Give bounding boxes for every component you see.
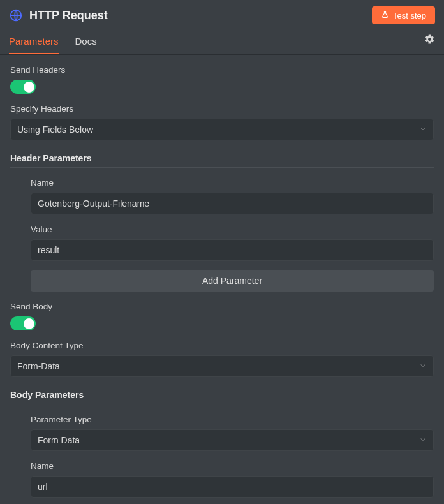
form-scroll-area: Send Headers Specify Headers Using Field…: [0, 55, 444, 504]
header-params-group: Name Value Add Parameter: [10, 178, 434, 292]
tabs: Parameters Docs: [9, 31, 97, 54]
send-headers-toggle[interactable]: [10, 80, 36, 94]
globe-icon: [9, 8, 23, 22]
add-parameter-button[interactable]: Add Parameter: [31, 270, 434, 292]
tab-parameters[interactable]: Parameters: [9, 31, 59, 54]
header-value-input[interactable]: [31, 239, 434, 261]
body-parameters-title: Body Parameters: [10, 390, 434, 404]
test-step-label: Test step: [393, 11, 426, 20]
chevron-down-icon: [419, 361, 427, 371]
chevron-down-icon: [419, 124, 427, 135]
header-name-input[interactable]: [31, 193, 434, 214]
body-content-type-value: Form-Data: [17, 361, 60, 371]
panel-header: HTTP Request Test step: [0, 0, 444, 24]
header-value-label: Value: [31, 225, 434, 234]
tabs-row: Parameters Docs: [0, 31, 444, 55]
gear-icon[interactable]: [424, 34, 435, 51]
panel-title: HTTP Request: [29, 9, 108, 22]
header-parameters-title: Header Parameters: [10, 153, 434, 168]
test-step-button[interactable]: Test step: [372, 6, 435, 24]
tab-docs[interactable]: Docs: [75, 31, 97, 54]
body-name-input[interactable]: [31, 476, 434, 498]
body-content-type-select[interactable]: Form-Data: [10, 355, 434, 377]
parameter-type-value: Form Data: [38, 435, 80, 445]
send-body-toggle[interactable]: [10, 316, 36, 330]
header-left: HTTP Request: [9, 8, 108, 22]
specify-headers-label: Specify Headers: [10, 104, 434, 114]
send-headers-label: Send Headers: [10, 65, 434, 75]
body-name-label: Name: [31, 461, 434, 471]
parameter-type-select[interactable]: Form Data: [31, 429, 434, 451]
specify-headers-value: Using Fields Below: [17, 124, 93, 135]
header-name-label: Name: [31, 178, 434, 188]
specify-headers-select[interactable]: Using Fields Below: [10, 119, 434, 140]
body-params-group: Parameter Type Form Data Name Value: [10, 415, 434, 504]
chevron-down-icon: [419, 435, 427, 445]
body-content-type-label: Body Content Type: [10, 341, 434, 350]
send-body-label: Send Body: [10, 302, 434, 311]
parameter-type-label: Parameter Type: [31, 415, 434, 424]
flask-icon: [381, 10, 389, 20]
